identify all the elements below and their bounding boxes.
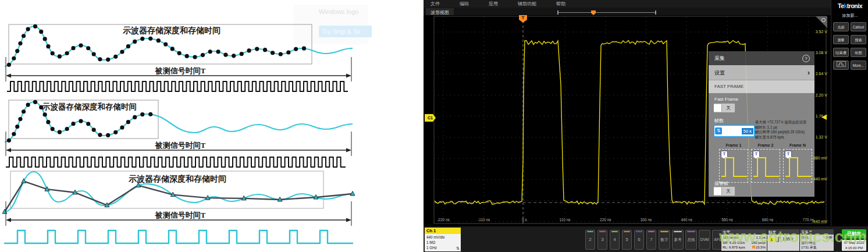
frame-preview: Frame 1 T [719, 143, 748, 183]
diagram1-time-label: 被测信号时间T [134, 66, 227, 76]
frame-pulse-icon [752, 150, 781, 182]
frame-count-value: 50 k [742, 128, 753, 134]
voltage-scale-label: 440 mV [801, 177, 827, 182]
add-new-label: 添加新... [831, 13, 868, 19]
voltage-scale-label: 2.64 V [801, 72, 827, 76]
sidebar-button[interactable]: Callout [851, 22, 866, 31]
sidebar-button[interactable]: 搜索 [851, 35, 866, 44]
tab-strip: 波形视图 [424, 8, 868, 15]
time-scale-label: 220 ns [597, 218, 614, 222]
help-icon[interactable]: ? [802, 55, 810, 62]
aux-button[interactable]: DVM [699, 230, 710, 250]
toggle-knob [714, 187, 722, 195]
screenshot-root: Windows logo Try Snip & Sk 示波器存储深度和存储时间 … [0, 0, 868, 252]
menu-item[interactable]: 帮助 [556, 1, 565, 7]
voltage-scale-label: 3.52 V [801, 30, 827, 34]
more-button[interactable]: More... [851, 61, 866, 70]
diagram2-title: 示波器存储深度和存储时间 [22, 102, 157, 112]
scope-view-icon-button[interactable] [833, 61, 849, 70]
diagram3-time-label: 被测信号时间T [134, 210, 227, 221]
channel-button[interactable]: 5 [622, 230, 632, 250]
summary-frame-toggle[interactable]: 关 [713, 186, 735, 196]
right-sidebar: Tektronix 添加新... 光标Callout测量搜索结果表绘图 More… [831, 0, 868, 226]
sidebar-buttons: 光标Callout测量搜索结果表绘图 [833, 22, 868, 57]
channel1-badge[interactable]: Ch 1 440 mV/div 1 MΩ 1 GHz ⇅ [425, 228, 461, 251]
fast-frame-label: Fast Frame [714, 97, 738, 102]
frame-preview: Frame 2 T [751, 143, 780, 183]
aux-button[interactable]: 数字 [659, 230, 670, 250]
channel-button[interactable]: 2 [585, 230, 595, 250]
slider-marker-icon[interactable] [591, 10, 596, 15]
menu-item[interactable]: 编辑 [460, 1, 469, 7]
menu-item[interactable]: 文件 [431, 1, 440, 7]
frame-count-input[interactable]: ⇅ 50 k [713, 125, 755, 137]
diagram3-title: 示波器存储深度和存储时间 [96, 174, 259, 184]
record-pan-slider[interactable] [557, 10, 656, 15]
frame-pulse-icon [720, 150, 749, 182]
aux-color-stripe [687, 231, 695, 232]
menu-bar: 文件编辑应用辅助功能帮助 [424, 0, 868, 8]
watermark-text: www.cntronics.com [719, 228, 867, 246]
frame-preview-row: Frame 1 T Frame 2 T [719, 143, 812, 183]
voltage-scale-label: 3.08 V [801, 51, 827, 55]
acquisition-panel: 采集 ? 设置 › FAST FRAME Fast Frame 关 帧数 ⇅ [709, 51, 814, 197]
aux-button[interactable]: 参考 [672, 230, 684, 250]
oscilloscope-app: 文件编辑应用辅助功能帮助 波形视图 T C1 采集 ? 设置 › [424, 0, 868, 252]
voltage-scale-label: 1.32 V [801, 135, 827, 140]
aux-buttons: 数字 参考 总线 DVM AFG [659, 230, 724, 250]
time-scale-label: 110 ns [556, 218, 574, 222]
voltage-scale-label: -440 mV [801, 219, 827, 224]
time-scale-label: -110 ns [475, 218, 493, 222]
magnifier-icon [821, 18, 826, 22]
time-scale-label: 660 ns [759, 218, 777, 222]
channel-color-stripe [611, 231, 618, 232]
fast-frame-section-header: FAST FRAME [709, 80, 814, 93]
time-scale-label: 550 ns [718, 218, 736, 222]
channel-color-stripe [636, 231, 642, 232]
channel-button[interactable]: 7 [646, 230, 656, 250]
voltage-scale-label: 1.76 V [801, 114, 827, 119]
waveform-display: T C1 采集 ? 设置 › FAST FRAME Fast Frame 关 [424, 15, 831, 227]
voltage-scale-label: 2.20 V [801, 93, 827, 98]
channel-color-stripe [624, 231, 630, 232]
channel-color-stripe [587, 231, 593, 232]
menu-item[interactable]: 辅助功能 [518, 1, 536, 7]
panel-body: Fast Frame 关 帧数 ⇅ 50 k 最大值 =72.727 k 使用这… [709, 93, 814, 197]
channel-button[interactable]: 6 [634, 230, 644, 250]
sidebar-button[interactable]: 光标 [833, 22, 849, 31]
channel-color-stripe [648, 231, 654, 232]
time-scale-label: 0 s [515, 218, 533, 222]
sidebar-button[interactable]: 测量 [833, 35, 849, 44]
spinner-icon[interactable]: ⇅ [715, 127, 722, 134]
panel-title: 采集 ? [709, 51, 814, 65]
aux-button[interactable]: 总线 [685, 230, 697, 250]
channel-buttons: 2 3 4 5 6 7 8 [585, 230, 668, 250]
tektronix-logo: Tektronix [831, 2, 868, 9]
fast-frame-toggle[interactable]: 关 [713, 103, 735, 113]
slider-right-bracket [655, 10, 656, 15]
time-scale-label: -220 ns [435, 218, 452, 222]
time-scale-label: 440 ns [678, 218, 695, 222]
diagram1-title: 示波器存储深度和存储时间 [96, 26, 247, 36]
channel-color-stripe [599, 231, 606, 232]
aux-color-stripe [674, 231, 682, 232]
channel-button[interactable]: 3 [597, 230, 607, 250]
slider-track [557, 12, 656, 13]
frame-count-label: 帧数 [714, 118, 724, 124]
sampling-diagrams: Windows logo Try Snip & Sk 示波器存储深度和存储时间 … [0, 0, 424, 252]
slider-left-bracket [557, 10, 558, 15]
sidebar-button[interactable]: 绘图 [851, 48, 866, 57]
aux-color-stripe [660, 231, 668, 232]
diagram2-time-label: 被测信号时间T [134, 140, 227, 151]
sidebar-button[interactable]: 结果表 [833, 48, 849, 57]
time-scale-label: 330 ns [638, 218, 655, 222]
scope-screen-icon [837, 61, 846, 67]
voltage-scale-label: 880 mV [801, 156, 827, 161]
menu-item[interactable]: 应用 [489, 1, 498, 7]
panel-settings-row[interactable]: 设置 › [709, 65, 814, 80]
channel-button[interactable]: 4 [610, 230, 620, 250]
toggle-knob [714, 104, 722, 112]
channel-settings-icon: ⇅ [456, 246, 460, 251]
